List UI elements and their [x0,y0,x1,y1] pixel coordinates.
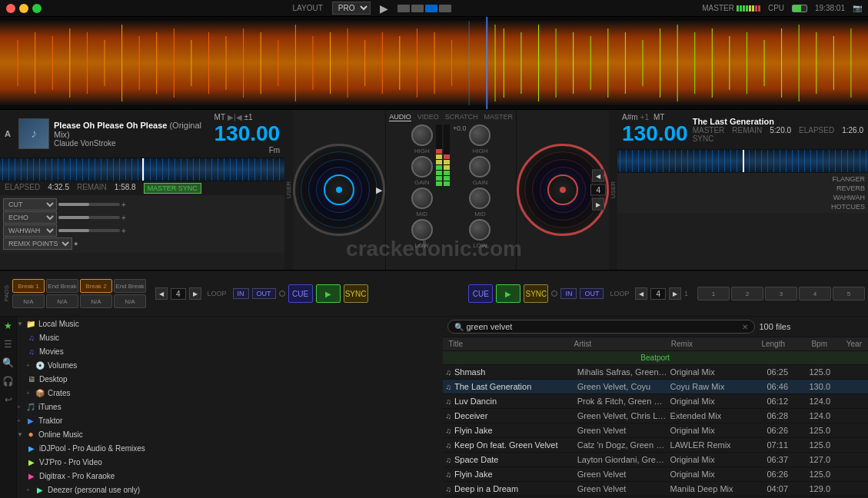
fx-slider-3[interactable] [58,229,120,232]
sidebar-item-deezer[interactable]: + ▶ Deezer (personal use only) [17,483,443,496]
sync-btn-r[interactable]: SYNC [524,284,548,303]
table-row[interactable]: ♫ Luv Dancin Prok & Fitch, Green Velvet … [443,394,869,409]
close-button[interactable] [6,4,15,13]
sidebar-item-crates[interactable]: + 📦 Crates [17,386,443,400]
pad-r1[interactable]: 1 [697,287,730,300]
fx-plus-1[interactable]: + [121,201,126,209]
turntable-a[interactable] [293,144,385,236]
knob-gain-r[interactable] [469,156,491,178]
pad-r4[interactable]: 4 [799,287,831,300]
turntable-right-arrow-a[interactable]: ▶ [376,185,382,195]
loop-next-l[interactable]: ▶ [189,287,201,300]
sidebar-item-local-music[interactable]: ▼ 📁 Local Music [17,317,443,330]
tab-audio[interactable]: AUDIO [389,113,411,121]
in-btn-l[interactable]: IN [233,288,249,299]
view-btn-4[interactable] [439,5,451,12]
table-row[interactable]: ♫ Deceiver Green Velvet, Chris Lake Exte… [443,409,869,423]
view-btn-3[interactable] [425,5,437,12]
label-traktor: Traktor [38,417,440,425]
minimize-button[interactable] [19,4,28,13]
loop-nav-left-b[interactable]: ◀ [592,170,604,182]
fx-slider-2[interactable] [58,216,120,219]
sidebar-icon-arrow[interactable]: ↩ [2,393,15,406]
knob-mid-l[interactable] [411,188,433,209]
view-btn-2[interactable] [411,5,424,12]
knob-high-r[interactable] [469,124,491,146]
search-input[interactable] [467,322,742,331]
pad-na1[interactable]: N/A [12,294,45,308]
sidebar-item-itunes[interactable]: + 🎵 iTunes [17,400,443,413]
view-btn-1[interactable] [397,5,410,12]
loop-prev-r[interactable]: ◀ [635,287,647,300]
tab-video[interactable]: VIDEO [417,113,439,121]
deck-b-waveform[interactable] [617,150,868,173]
search-clear-btn[interactable]: ✕ [742,323,748,331]
table-row[interactable]: ♫ Keep On feat. Green Velvet Catz 'n Dog… [443,438,869,453]
out-btn-r[interactable]: OUT [580,288,604,299]
fx-select-1[interactable]: CUT [3,198,57,211]
pad-r2[interactable]: 2 [731,287,763,300]
knob-gain-l[interactable] [411,156,433,178]
maximize-button[interactable] [32,4,42,13]
deck-a-waveform[interactable] [0,158,284,181]
table-row[interactable]: ♫ Deep in a Dream Green Velvet Manila De… [443,482,869,496]
play-btn-r[interactable]: ▶ [496,284,520,303]
window-controls[interactable] [6,4,42,13]
out-btn-l[interactable]: OUT [252,288,276,299]
sidebar-icon-search[interactable]: 🔍 [2,357,15,369]
sidebar-item-vjpro[interactable]: ▶ VJ'Pro - Pro Video [17,455,443,469]
pad-na3[interactable]: N/A [80,294,112,308]
table-row[interactable]: ♫ Flyin Jake Green Velvet Original Mix 0… [443,467,869,482]
waveform-left[interactable] [0,17,868,109]
table-row[interactable]: ♫ Flyin Jake Green Velvet Original Mix 0… [443,423,869,438]
remix-points-select[interactable]: REMIX POINTS [3,237,72,250]
sync-btn-l[interactable]: SYNC [344,284,368,303]
pad-endbreak2[interactable]: End Break [114,279,146,293]
fx-select-3[interactable]: WAHWAH [3,224,57,237]
knob-low-r[interactable] [469,219,491,241]
sidebar-item-digitrax[interactable]: ▶ Digitrax - Pro Karaoke [17,469,443,483]
sidebar-item-online-music[interactable]: ▼ ● Online Music [17,427,443,441]
level-seg [444,171,450,175]
pad-na4[interactable]: N/A [114,294,146,308]
sidebar-item-volumes[interactable]: + 💿 Volumes [17,358,443,372]
loop-prev-l[interactable]: ◀ [155,287,168,300]
screenshot-icon[interactable]: 📷 [853,4,862,12]
play-btn-l[interactable]: ▶ [316,284,341,303]
tab-master[interactable]: MASTER [484,113,514,121]
pad-break2[interactable]: Break 2 [80,279,112,293]
table-row[interactable]: ♫ Space Date Layton Giordani, Green Velv… [443,453,869,467]
table-row[interactable]: ♫ The Last Generation Green Velvet, Coyu… [443,380,869,394]
pad-na2[interactable]: N/A [46,294,78,308]
cue-btn-l[interactable]: CUE [288,284,313,303]
sidebar-item-music[interactable]: ♫ Music [17,330,443,344]
cue-btn-r[interactable]: CUE [468,284,493,303]
fx-select-2[interactable]: ECHO [3,211,57,224]
loop-next-r[interactable]: ▶ [669,287,681,300]
sidebar-icon-star[interactable]: ★ [2,320,15,332]
pad-endbreak1[interactable]: End Break [46,279,78,293]
layout-dropdown[interactable]: PRO [332,2,371,15]
in-btn-r[interactable]: IN [560,288,577,299]
sidebar-icon-list[interactable]: ☰ [2,338,15,350]
sidebar-item-movies[interactable]: ♫ Movies [17,344,443,358]
loop-nav-right-b[interactable]: ▶ [592,198,604,211]
sidebar-item-idjpool[interactable]: ▶ iDJPool - Pro Audio & Remixes [17,441,443,455]
fx-slider-1[interactable] [58,203,120,206]
tab-scratch[interactable]: SCRATCH [445,113,478,121]
fx-plus-2[interactable]: + [121,214,126,222]
knob-high-l[interactable] [411,124,433,146]
knob-low-label-l: LOW [415,242,429,249]
knob-low-l[interactable] [411,219,433,241]
knob-mid-r[interactable] [469,188,491,209]
svg-rect-29 [469,21,470,105]
sidebar-icon-headphones[interactable]: 🎧 [2,375,15,387]
pad-r3[interactable]: 3 [765,287,797,300]
table-row[interactable]: ♫ Shmash Mihalis Safras, Green Velvet Or… [443,365,869,380]
deck-a-sync-btn[interactable]: MASTER SYNC [144,183,201,194]
pad-r5[interactable]: 5 [833,287,865,300]
fx-plus-3[interactable]: + [121,227,126,235]
sidebar-item-traktor[interactable]: + ▶ Traktor [17,413,443,427]
pad-break1[interactable]: Break 1 [12,279,45,293]
sidebar-item-desktop[interactable]: 🖥 Desktop [17,372,443,386]
